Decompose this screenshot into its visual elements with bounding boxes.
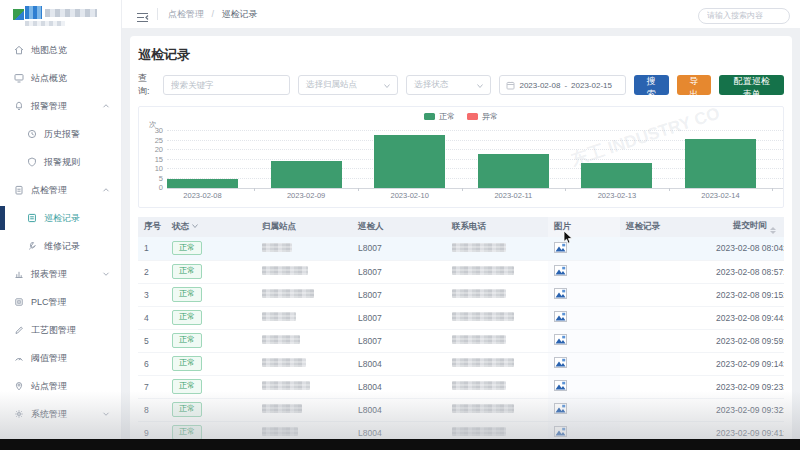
redacted-phone (452, 312, 514, 321)
filter-bar: 查询: 选择归属站点 选择状态 2023-02-08 - 2023-02-15 … (138, 72, 784, 98)
cell-no: 3 (138, 283, 166, 306)
redacted-site (262, 289, 314, 298)
cell-inspector: L8007 (352, 237, 446, 260)
sidebar-item-map-overview[interactable]: 地图总览 (0, 36, 121, 64)
cell-no: 2 (138, 260, 166, 283)
cell-phone (446, 398, 548, 421)
image-thumbnail-icon[interactable] (554, 334, 567, 345)
cell-status: 正常 (166, 237, 256, 260)
table-row[interactable]: 4正常L80072023-02-08 09:44:56 (138, 306, 784, 329)
image-thumbnail-icon[interactable] (554, 357, 567, 368)
col-header-status[interactable]: 状态 (166, 217, 256, 237)
cell-no: 1 (138, 237, 166, 260)
cell-phone (446, 237, 548, 260)
main-area: 巡检记录 查询: 选择归属站点 选择状态 2023-02-08 - 2023-0 (122, 28, 800, 450)
sidebar-item-site-management[interactable]: 站点管理 (0, 372, 121, 400)
query-label: 查询: (138, 72, 155, 98)
gear-icon (13, 408, 25, 420)
global-search-input[interactable] (698, 8, 790, 24)
date-start: 2023-02-08 (519, 81, 560, 90)
cell-no: 7 (138, 375, 166, 398)
cell-site (256, 329, 352, 352)
status-select[interactable]: 选择状态 (406, 75, 491, 95)
cell-record (620, 352, 710, 375)
date-range-picker[interactable]: 2023-02-08 - 2023-02-15 (499, 75, 625, 95)
col-header-record: 巡检记录 (620, 217, 710, 237)
sidebar-item-history-alarms[interactable]: 历史报警 (0, 120, 121, 148)
table-row[interactable]: 3正常L80072023-02-08 09:15:18 (138, 283, 784, 306)
chevron-up-icon (101, 101, 111, 111)
status-filter-icon[interactable] (191, 222, 199, 230)
sidebar-collapse-icon[interactable] (136, 9, 149, 20)
cell-inspector: L8007 (352, 260, 446, 283)
sidebar-item-patrol-records[interactable]: 巡检记录 (0, 204, 121, 232)
bottom-black-bar (0, 439, 800, 450)
legend-item-abnormal[interactable]: 异常 (467, 111, 498, 122)
status-badge: 正常 (172, 333, 202, 347)
redacted-site (262, 404, 302, 413)
site-select[interactable]: 选择归属站点 (298, 75, 398, 95)
shield-icon (26, 156, 38, 168)
search-button[interactable]: 搜索 (634, 75, 669, 95)
breadcrumb-current: 巡检记录 (222, 9, 258, 19)
calendar-icon (506, 81, 515, 90)
chevron-down-icon (101, 409, 111, 419)
redacted-phone (452, 266, 514, 275)
breadcrumb-parent[interactable]: 点检管理 (168, 9, 204, 19)
cell-record (620, 329, 710, 352)
image-thumbnail-icon[interactable] (554, 426, 567, 437)
y-tick-label: 20 (143, 145, 163, 154)
table-row[interactable]: 1正常L80072023-02-08 08:04:24 (138, 237, 784, 260)
redacted-site (262, 381, 310, 390)
image-thumbnail-icon[interactable] (554, 265, 567, 276)
cell-inspector: L8004 (352, 375, 446, 398)
history-icon (26, 128, 38, 140)
gridline (167, 130, 783, 131)
sidebar-item-repair-records[interactable]: 维修记录 (0, 232, 121, 260)
sidebar-item-report-management[interactable]: 报表管理 (0, 260, 121, 288)
image-thumbnail-icon[interactable] (554, 288, 567, 299)
x-tick-label: 2023-02-14 (701, 191, 739, 200)
legend-item-normal[interactable]: 正常 (424, 111, 455, 122)
inspection-bar-chart: 正常 异常 次 东工 INDUSTRY CO 0510152025302023-… (138, 106, 784, 208)
cell-time: 2023-02-09 09:23:07 (710, 375, 784, 398)
x-tick-label: 2023-02-13 (598, 191, 636, 200)
sidebar-item-alarm-rules[interactable]: 报警规则 (0, 148, 121, 176)
clipboard-check-icon (13, 184, 25, 196)
image-thumbnail-icon[interactable] (554, 403, 567, 414)
image-thumbnail-icon[interactable] (554, 380, 567, 391)
chevron-down-icon (476, 82, 484, 90)
sidebar-item-site-overview[interactable]: 站点概览 (0, 64, 121, 92)
sidebar: 地图总览 站点概览 报警管理 历史报警 报警规则 点检管理 (0, 0, 122, 450)
table-row[interactable]: 5正常L80072023-02-08 09:59:21 (138, 329, 784, 352)
sidebar-item-plc-management[interactable]: PLC管理 (0, 288, 121, 316)
page-title: 巡检记录 (138, 46, 784, 64)
global-search (698, 4, 790, 24)
table-row[interactable]: 8正常L80042023-02-09 09:32:26 (138, 398, 784, 421)
redacted-site (262, 427, 298, 436)
cell-time: 2023-02-08 08:04:24 (710, 237, 784, 260)
table-row[interactable]: 7正常L80042023-02-09 09:23:07 (138, 375, 784, 398)
keyword-input[interactable] (163, 75, 290, 95)
col-header-no: 序号 (138, 217, 166, 237)
cell-site (256, 283, 352, 306)
sort-carets-icon[interactable] (770, 227, 776, 235)
status-badge: 正常 (172, 379, 202, 393)
table-row[interactable]: 2正常L80072023-02-08 08:57:57 (138, 260, 784, 283)
cell-inspector: L8007 (352, 329, 446, 352)
sidebar-item-system-management[interactable]: 系统管理 (0, 400, 121, 428)
sidebar-item-process-diagram-management[interactable]: 工艺图管理 (0, 316, 121, 344)
col-header-picture: 图片 (548, 217, 620, 237)
sidebar-item-alarm-management[interactable]: 报警管理 (0, 92, 121, 120)
status-badge: 正常 (172, 425, 202, 439)
config-inspection-form-button[interactable]: 配置巡检表单 (719, 75, 784, 95)
sidebar-item-inspection-management[interactable]: 点检管理 (0, 176, 121, 204)
export-button[interactable]: 导出 (677, 75, 712, 95)
table-row[interactable]: 6正常L80042023-02-09 09:14:00 (138, 352, 784, 375)
home-icon (13, 44, 25, 56)
image-thumbnail-icon[interactable] (554, 242, 567, 253)
image-thumbnail-icon[interactable] (554, 311, 567, 322)
sidebar-item-threshold-management[interactable]: 阈值管理 (0, 344, 121, 372)
col-header-time[interactable]: 提交时间 (710, 217, 784, 237)
cell-picture (548, 260, 620, 283)
